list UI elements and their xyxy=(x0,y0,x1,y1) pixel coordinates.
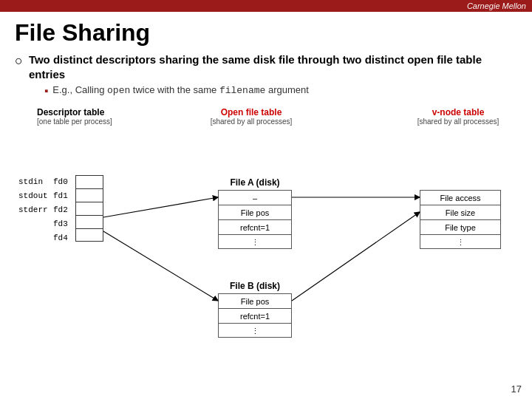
col2-header: Open file table [shared by all processes… xyxy=(203,107,299,126)
file-b-cell-1: refcnt=1 xyxy=(218,308,292,323)
bullet-item-1: ○ Two distinct descriptors sharing the s… xyxy=(15,52,517,81)
file-a-cell-0: – xyxy=(218,190,292,205)
file-a-cell-3: ⋮ xyxy=(218,234,292,249)
sub-bullet-1: ▪ E.g., Calling open twice with the same… xyxy=(44,84,517,97)
file-b-cell-0: File pos xyxy=(218,293,292,308)
sub-bullet-text: E.g., Calling open twice with the same f… xyxy=(52,84,309,96)
vnode-cell-0: File access xyxy=(420,190,501,205)
brand-label: Carnegie Mellon xyxy=(467,1,526,10)
file-b-box: File pos refcnt=1 ⋮ xyxy=(218,293,292,338)
col1-header: Descriptor table [one table per process] xyxy=(37,107,112,126)
file-b-label: File B (disk) xyxy=(214,281,296,291)
page-title: File Sharing xyxy=(15,19,517,47)
vnode-cell-1: File size xyxy=(420,205,501,219)
bullet-circle: ○ xyxy=(15,53,23,69)
fd-labels: stdin stdout stderr xyxy=(18,175,48,245)
main-content: File Sharing ○ Two distinct descriptors … xyxy=(0,12,532,336)
page-number: 17 xyxy=(511,383,522,395)
vnode-cell-2: File type xyxy=(420,219,501,234)
file-b-cell-2: ⋮ xyxy=(218,323,292,338)
file-a-cell-2: refcnt=1 xyxy=(218,219,292,234)
diagram: Descriptor table [one table per process]… xyxy=(15,107,517,329)
svg-line-1 xyxy=(103,231,218,301)
top-bar: Carnegie Mellon xyxy=(0,0,532,12)
col3-header: v-node table [shared by all processes] xyxy=(406,107,510,126)
bullet-text: Two distinct descriptors sharing the sam… xyxy=(29,52,517,81)
file-a-box: – File pos refcnt=1 ⋮ xyxy=(218,190,292,249)
fd-names: fd0 fd1 fd2 fd3 fd4 xyxy=(53,175,68,245)
file-a-label: File A (disk) xyxy=(214,177,296,188)
sub-bullet-mark: ▪ xyxy=(44,84,48,97)
svg-line-0 xyxy=(103,197,218,217)
vnode-box: File access File size File type ⋮ xyxy=(420,190,501,249)
svg-line-3 xyxy=(292,212,420,301)
vnode-cell-3: ⋮ xyxy=(420,234,501,249)
fd-boxes xyxy=(75,175,103,242)
file-a-cell-1: File pos xyxy=(218,205,292,219)
